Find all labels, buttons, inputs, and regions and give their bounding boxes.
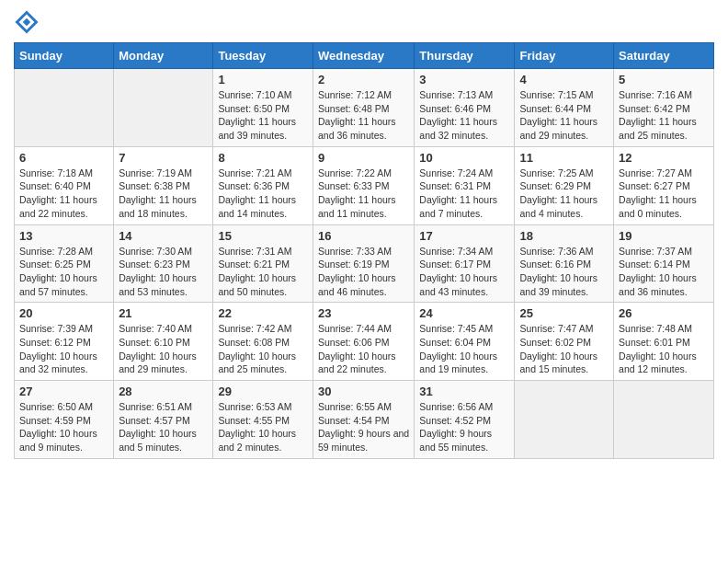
day-info: Sunrise: 7:39 AMSunset: 6:12 PMDaylight:…: [19, 322, 108, 376]
calendar-cell: [114, 69, 213, 147]
day-number: 7: [119, 151, 208, 165]
day-info: Sunrise: 7:42 AMSunset: 6:08 PMDaylight:…: [218, 322, 308, 376]
day-info: Sunrise: 7:22 AMSunset: 6:33 PMDaylight:…: [318, 167, 409, 221]
day-info: Sunrise: 7:10 AMSunset: 6:50 PMDaylight:…: [218, 88, 308, 143]
day-number: 6: [19, 151, 108, 165]
calendar-week-4: 20Sunrise: 7:39 AMSunset: 6:12 PMDayligh…: [15, 303, 714, 381]
calendar-week-1: 1Sunrise: 7:10 AMSunset: 6:50 PMDaylight…: [15, 69, 714, 147]
calendar-cell: 27Sunrise: 6:50 AMSunset: 4:59 PMDayligh…: [15, 381, 114, 459]
logo-icon: [14, 9, 40, 35]
calendar-week-5: 27Sunrise: 6:50 AMSunset: 4:59 PMDayligh…: [15, 381, 714, 459]
calendar-cell: 6Sunrise: 7:18 AMSunset: 6:40 PMDaylight…: [15, 146, 114, 224]
calendar-cell: 10Sunrise: 7:24 AMSunset: 6:31 PMDayligh…: [415, 146, 515, 224]
calendar-cell: 24Sunrise: 7:45 AMSunset: 6:04 PMDayligh…: [415, 303, 515, 381]
day-number: 29: [218, 385, 308, 398]
day-info: Sunrise: 7:33 AMSunset: 6:19 PMDaylight:…: [318, 245, 409, 299]
calendar-cell: [15, 69, 114, 147]
calendar-cell: 14Sunrise: 7:30 AMSunset: 6:23 PMDayligh…: [114, 224, 213, 303]
day-number: 24: [419, 306, 509, 320]
calendar-body: 1Sunrise: 7:10 AMSunset: 6:50 PMDaylight…: [15, 69, 714, 459]
calendar-cell: 1Sunrise: 7:10 AMSunset: 6:50 PMDaylight…: [213, 69, 313, 147]
day-info: Sunrise: 7:34 AMSunset: 6:17 PMDaylight:…: [419, 245, 509, 299]
calendar-cell: 13Sunrise: 7:28 AMSunset: 6:25 PMDayligh…: [15, 224, 114, 303]
day-info: Sunrise: 7:47 AMSunset: 6:02 PMDaylight:…: [519, 322, 609, 376]
calendar-cell: 20Sunrise: 7:39 AMSunset: 6:12 PMDayligh…: [15, 303, 114, 381]
day-info: Sunrise: 7:24 AMSunset: 6:31 PMDaylight:…: [419, 167, 509, 221]
logo: [14, 9, 43, 35]
day-info: Sunrise: 6:53 AMSunset: 4:55 PMDaylight:…: [218, 400, 308, 454]
day-info: Sunrise: 7:44 AMSunset: 6:06 PMDaylight:…: [318, 322, 409, 376]
weekday-header-saturday: Saturday: [614, 43, 714, 69]
day-number: 23: [318, 306, 409, 320]
day-number: 10: [419, 151, 509, 165]
weekday-header-thursday: Thursday: [415, 43, 515, 69]
weekday-header-friday: Friday: [515, 43, 614, 69]
day-number: 20: [19, 306, 108, 320]
day-number: 4: [519, 73, 609, 86]
calendar-cell: [515, 381, 614, 459]
weekday-header-sunday: Sunday: [15, 43, 114, 69]
day-number: 16: [318, 229, 409, 243]
day-number: 18: [519, 229, 609, 243]
day-info: Sunrise: 7:37 AMSunset: 6:14 PMDaylight:…: [619, 245, 709, 299]
day-number: 12: [619, 151, 709, 165]
day-info: Sunrise: 6:50 AMSunset: 4:59 PMDaylight:…: [19, 400, 108, 454]
day-number: 25: [519, 306, 609, 320]
calendar-week-2: 6Sunrise: 7:18 AMSunset: 6:40 PMDaylight…: [15, 146, 714, 224]
day-number: 31: [419, 385, 509, 398]
day-number: 9: [318, 151, 409, 165]
day-number: 17: [419, 229, 509, 243]
day-number: 21: [119, 306, 208, 320]
calendar-cell: 9Sunrise: 7:22 AMSunset: 6:33 PMDaylight…: [313, 146, 414, 224]
day-number: 26: [619, 306, 709, 320]
day-info: Sunrise: 6:55 AMSunset: 4:54 PMDaylight:…: [318, 400, 409, 454]
calendar-cell: 2Sunrise: 7:12 AMSunset: 6:48 PMDaylight…: [313, 69, 414, 147]
day-info: Sunrise: 7:21 AMSunset: 6:36 PMDaylight:…: [218, 167, 308, 221]
calendar-cell: 15Sunrise: 7:31 AMSunset: 6:21 PMDayligh…: [213, 224, 313, 303]
day-number: 28: [119, 385, 208, 398]
weekday-header-tuesday: Tuesday: [213, 43, 313, 69]
calendar-cell: 25Sunrise: 7:47 AMSunset: 6:02 PMDayligh…: [515, 303, 614, 381]
calendar-cell: 12Sunrise: 7:27 AMSunset: 6:27 PMDayligh…: [614, 146, 714, 224]
calendar-cell: 18Sunrise: 7:36 AMSunset: 6:16 PMDayligh…: [515, 224, 614, 303]
day-info: Sunrise: 6:56 AMSunset: 4:52 PMDaylight:…: [419, 400, 509, 454]
day-number: 27: [19, 385, 108, 398]
day-number: 1: [218, 73, 308, 86]
calendar-cell: 28Sunrise: 6:51 AMSunset: 4:57 PMDayligh…: [114, 381, 213, 459]
day-info: Sunrise: 7:40 AMSunset: 6:10 PMDaylight:…: [119, 322, 208, 376]
calendar-cell: 17Sunrise: 7:34 AMSunset: 6:17 PMDayligh…: [415, 224, 515, 303]
calendar-cell: 19Sunrise: 7:37 AMSunset: 6:14 PMDayligh…: [614, 224, 714, 303]
day-number: 5: [619, 73, 709, 86]
calendar-cell: 30Sunrise: 6:55 AMSunset: 4:54 PMDayligh…: [313, 381, 414, 459]
day-number: 3: [419, 73, 509, 86]
calendar-cell: 16Sunrise: 7:33 AMSunset: 6:19 PMDayligh…: [313, 224, 414, 303]
calendar-cell: 8Sunrise: 7:21 AMSunset: 6:36 PMDaylight…: [213, 146, 313, 224]
calendar-cell: 31Sunrise: 6:56 AMSunset: 4:52 PMDayligh…: [415, 381, 515, 459]
day-info: Sunrise: 7:25 AMSunset: 6:29 PMDaylight:…: [519, 167, 609, 221]
day-info: Sunrise: 6:51 AMSunset: 4:57 PMDaylight:…: [119, 400, 208, 454]
weekday-header-monday: Monday: [114, 43, 213, 69]
day-number: 13: [19, 229, 108, 243]
day-number: 19: [619, 229, 709, 243]
calendar-cell: 21Sunrise: 7:40 AMSunset: 6:10 PMDayligh…: [114, 303, 213, 381]
day-info: Sunrise: 7:31 AMSunset: 6:21 PMDaylight:…: [218, 245, 308, 299]
day-number: 22: [218, 306, 308, 320]
day-info: Sunrise: 7:15 AMSunset: 6:44 PMDaylight:…: [519, 88, 609, 143]
calendar-cell: 11Sunrise: 7:25 AMSunset: 6:29 PMDayligh…: [515, 146, 614, 224]
calendar-cell: 4Sunrise: 7:15 AMSunset: 6:44 PMDaylight…: [515, 69, 614, 147]
calendar-cell: 23Sunrise: 7:44 AMSunset: 6:06 PMDayligh…: [313, 303, 414, 381]
day-info: Sunrise: 7:28 AMSunset: 6:25 PMDaylight:…: [19, 245, 108, 299]
day-info: Sunrise: 7:48 AMSunset: 6:01 PMDaylight:…: [619, 322, 709, 376]
day-info: Sunrise: 7:13 AMSunset: 6:46 PMDaylight:…: [419, 88, 509, 143]
day-info: Sunrise: 7:30 AMSunset: 6:23 PMDaylight:…: [119, 245, 208, 299]
calendar-cell: 26Sunrise: 7:48 AMSunset: 6:01 PMDayligh…: [614, 303, 714, 381]
day-number: 30: [318, 385, 409, 398]
day-info: Sunrise: 7:27 AMSunset: 6:27 PMDaylight:…: [619, 167, 709, 221]
day-info: Sunrise: 7:45 AMSunset: 6:04 PMDaylight:…: [419, 322, 509, 376]
day-number: 2: [318, 73, 409, 86]
calendar-table: SundayMondayTuesdayWednesdayThursdayFrid…: [14, 42, 714, 459]
calendar-cell: 29Sunrise: 6:53 AMSunset: 4:55 PMDayligh…: [213, 381, 313, 459]
day-info: Sunrise: 7:36 AMSunset: 6:16 PMDaylight:…: [519, 245, 609, 299]
day-number: 14: [119, 229, 208, 243]
header: [14, 9, 714, 35]
